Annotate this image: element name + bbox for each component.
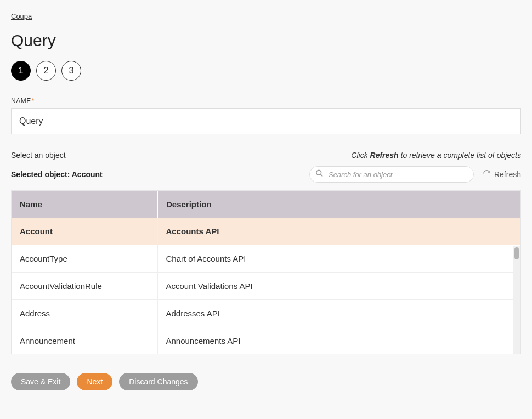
search-wrap [309,166,474,183]
svg-point-0 [316,170,321,175]
step-2[interactable]: 2 [36,61,56,81]
step-indicator: 123 [11,61,521,81]
table-row[interactable]: AddressAddresses API [12,300,520,327]
table-row[interactable]: AccountValidationRuleAccount Validations… [12,273,520,300]
cell-description: Accounts API [157,218,520,245]
cell-name: AccountType [12,245,157,273]
select-object-label: Select an object [11,151,66,160]
hint-suffix: to retrieve a complete list of objects [399,151,521,160]
object-table: Name Description [12,191,520,218]
breadcrumb[interactable]: Coupa [11,12,32,20]
cell-description: Account Validations API [157,273,520,300]
search-icon [315,169,324,180]
save-exit-button[interactable]: Save & Exit [11,373,70,390]
cell-name: Announcement [12,327,157,354]
scroll-thumb[interactable] [514,247,519,259]
object-section: Select an object Click Refresh to retrie… [11,151,521,354]
table-header-description: Description [157,191,520,218]
cell-description: Addresses API [157,300,520,327]
object-table-body: AccountAccounts APIAccountTypeChart of A… [12,218,520,354]
page-title: Query [11,31,521,50]
refresh-label: Refresh [494,170,521,179]
hint-bold: Refresh [370,151,399,160]
svg-line-1 [320,174,322,177]
table-row[interactable]: AnnouncementAnnouncements API [12,327,520,354]
cell-description: Announcements API [157,327,520,354]
table-row[interactable]: AccountTypeChart of Accounts API [12,245,520,273]
table-header-name: Name [12,191,157,218]
table-scrollbar[interactable] [513,246,520,354]
discard-button[interactable]: Discard Changes [119,373,197,390]
step-connector [56,71,61,71]
name-field-group: NAME* [11,97,521,134]
search-input[interactable] [329,171,467,179]
step-1[interactable]: 1 [11,61,31,81]
hint-prefix: Click [351,151,370,160]
step-connector [31,71,36,71]
footer-buttons: Save & Exit Next Discard Changes [11,373,521,390]
name-field-label: NAME* [11,97,521,105]
refresh-icon [483,169,491,179]
selected-object-label: Selected object: Account [11,170,103,179]
name-label-text: NAME [11,97,31,105]
next-button[interactable]: Next [77,373,112,390]
cell-description: Chart of Accounts API [157,245,520,273]
refresh-hint: Click Refresh to retrieve a complete lis… [351,151,521,160]
cell-name: Address [12,300,157,327]
table-row[interactable]: AccountAccounts API [12,218,520,245]
name-input[interactable] [11,108,521,134]
object-table-wrap: Name Description AccountAccounts APIAcco… [11,190,521,354]
cell-name: Account [12,218,157,245]
table-header-row: Name Description [12,191,520,218]
refresh-button[interactable]: Refresh [483,169,521,179]
required-marker: * [32,97,35,105]
step-3[interactable]: 3 [61,61,81,81]
cell-name: AccountValidationRule [12,273,157,300]
